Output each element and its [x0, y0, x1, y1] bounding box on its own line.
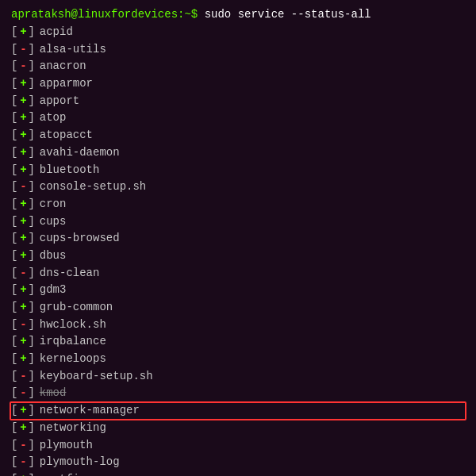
service-row: [-]plymouth-log — [11, 454, 465, 471]
service-status: - — [19, 437, 27, 455]
bracket-close: ] — [28, 299, 34, 317]
bracket-open: [ — [11, 178, 17, 196]
service-row: [+]cron — [11, 196, 465, 213]
service-name: plymouth-log — [40, 454, 120, 471]
bracket-open: [ — [11, 213, 17, 231]
service-name: kmod — [40, 385, 67, 402]
service-name: alsa-utils — [40, 41, 106, 59]
service-row: [-]plymouth — [11, 437, 465, 455]
service-name: irqbalance — [40, 333, 106, 351]
bracket-open: [ — [11, 230, 17, 248]
service-status: + — [19, 75, 27, 93]
bracket-close: ] — [28, 41, 34, 59]
service-status: + — [19, 420, 27, 437]
service-row: [-]kmod — [11, 385, 465, 402]
service-name: networking — [40, 420, 106, 437]
service-row: [+]apparmor — [11, 75, 465, 93]
bracket-open: [ — [11, 24, 17, 41]
bracket-close: ] — [28, 282, 34, 299]
service-status: + — [19, 333, 27, 351]
service-row: [+]avahi-daemon — [11, 144, 465, 162]
bracket-open: [ — [11, 282, 17, 299]
service-row: [+]cups — [11, 213, 465, 231]
service-status: - — [19, 385, 27, 402]
terminal: aprataksh@linuxfordevices:~$ sudo servic… — [0, 0, 476, 476]
service-status: + — [19, 282, 27, 299]
service-name: plymouth — [40, 437, 93, 455]
service-status: - — [19, 317, 27, 334]
bracket-close: ] — [28, 58, 34, 75]
service-status: + — [19, 351, 27, 368]
bracket-close: ] — [28, 265, 34, 282]
service-row: [+]network-manager — [11, 402, 465, 420]
bracket-close: ] — [28, 317, 34, 334]
bracket-open: [ — [11, 437, 17, 455]
bracket-open: [ — [11, 454, 17, 471]
service-name: atopacct — [40, 127, 93, 144]
service-name: postfix — [40, 471, 86, 476]
service-name: kerneloops — [40, 351, 106, 368]
bracket-close: ] — [28, 437, 34, 455]
service-name: console-setup.sh — [40, 178, 146, 196]
service-name: gdm3 — [40, 282, 67, 299]
service-name: network-manager — [40, 402, 140, 420]
service-row: [+]gdm3 — [11, 282, 465, 299]
service-status: + — [19, 127, 27, 144]
bracket-close: ] — [28, 196, 34, 213]
service-row: [+]irqbalance — [11, 333, 465, 351]
service-row: [+]atopacct — [11, 127, 465, 144]
bracket-close: ] — [28, 368, 34, 386]
bracket-close: ] — [28, 333, 34, 351]
service-row: [-]alsa-utils — [11, 41, 465, 59]
service-status: - — [19, 265, 27, 282]
service-name: dns-clean — [40, 265, 100, 282]
bracket-close: ] — [28, 248, 34, 265]
bracket-close: ] — [28, 178, 34, 196]
service-status: + — [19, 196, 27, 213]
bracket-open: [ — [11, 41, 17, 59]
bracket-close: ] — [28, 454, 34, 471]
service-row: [+]postfix — [11, 471, 465, 476]
bracket-close: ] — [28, 230, 34, 248]
bracket-open: [ — [11, 368, 17, 386]
service-status: - — [19, 368, 27, 386]
service-status: + — [19, 213, 27, 231]
bracket-open: [ — [11, 402, 17, 420]
bracket-close: ] — [28, 127, 34, 144]
bracket-open: [ — [11, 144, 17, 162]
service-name: bluetooth — [40, 162, 100, 179]
service-row: [-]dns-clean — [11, 265, 465, 282]
service-status: + — [19, 402, 27, 420]
service-status: - — [19, 454, 27, 471]
service-row: [-]hwclock.sh — [11, 317, 465, 334]
service-status: + — [19, 109, 27, 127]
bracket-close: ] — [28, 24, 34, 41]
bracket-open: [ — [11, 109, 17, 127]
service-name: atop — [40, 109, 67, 127]
service-status: + — [19, 144, 27, 162]
service-status: + — [19, 248, 27, 265]
service-status: + — [19, 93, 27, 110]
prompt-line: aprataksh@linuxfordevices:~$ sudo servic… — [11, 8, 465, 21]
service-row: [-]keyboard-setup.sh — [11, 368, 465, 386]
bracket-open: [ — [11, 58, 17, 75]
bracket-open: [ — [11, 351, 17, 368]
bracket-close: ] — [28, 75, 34, 93]
service-row: [+]grub-common — [11, 299, 465, 317]
service-row: [-]anacron — [11, 58, 465, 75]
service-name: hwclock.sh — [40, 317, 106, 334]
bracket-open: [ — [11, 248, 17, 265]
service-row: [+]networking — [11, 420, 465, 437]
service-name: acpid — [40, 24, 73, 41]
service-row: [-]console-setup.sh — [11, 178, 465, 196]
bracket-close: ] — [28, 109, 34, 127]
service-status: + — [19, 471, 27, 476]
service-row: [+]apport — [11, 93, 465, 110]
bracket-open: [ — [11, 127, 17, 144]
bracket-close: ] — [28, 93, 34, 110]
service-status: + — [19, 162, 27, 179]
service-name: keyboard-setup.sh — [40, 368, 153, 386]
service-list: [+]acpid[-]alsa-utils[-]anacron[+]apparm… — [11, 24, 465, 476]
service-name: apparmor — [40, 75, 93, 93]
prompt-command: sudo service --status-all — [198, 8, 370, 21]
